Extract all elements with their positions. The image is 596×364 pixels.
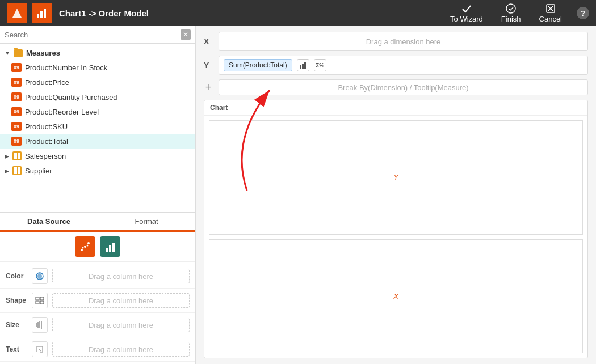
measure-icon: 09	[11, 63, 22, 72]
finish-button[interactable]: Finish	[498, 2, 524, 24]
y-measure-chip[interactable]: Sum(Product:Total)	[224, 59, 292, 71]
svg-rect-17	[40, 297, 44, 300]
svg-point-6	[81, 249, 83, 251]
svg-rect-3	[44, 9, 46, 18]
table-icon	[12, 151, 22, 160]
tree-item-product-total[interactable]: 09 Product:Total	[0, 134, 195, 149]
svg-rect-23	[300, 65, 301, 69]
svg-point-7	[84, 246, 86, 248]
svg-rect-20	[37, 322, 39, 328]
svg-rect-18	[40, 301, 44, 304]
size-row: Size Drag a column here	[0, 313, 195, 337]
scatter-chart-button[interactable]	[75, 236, 95, 257]
datasource-controls	[0, 232, 195, 262]
chart-upper-area: Y	[209, 120, 583, 235]
size-drop-zone[interactable]: Drag a column here	[52, 318, 190, 332]
tree-item-product-reorder-level[interactable]: 09 Product:Reorder Level	[0, 104, 195, 119]
svg-rect-25	[304, 62, 306, 69]
sigma-icon: Σ%	[316, 62, 324, 69]
tree-item-label: Product:SKU	[25, 122, 68, 131]
measure-icon: 09	[11, 78, 22, 87]
page-title: Chart1 -> Order Model	[59, 9, 447, 18]
svg-rect-12	[109, 245, 111, 252]
color-label: Color	[6, 272, 27, 280]
chevron-right-icon: ▶	[5, 153, 9, 159]
properties-section: Color Drag a column here Shape	[0, 262, 195, 364]
x-axis-label: X	[204, 37, 213, 46]
shape-row: Shape Drag a column here	[0, 289, 195, 313]
x-axis-row: X Drag a dimension here	[204, 32, 588, 51]
size-icon	[32, 317, 48, 333]
x-drop-zone[interactable]: Drag a dimension here	[219, 32, 588, 51]
chart-container: Chart Y X	[204, 100, 588, 358]
svg-rect-16	[36, 301, 39, 304]
chart-icon	[32, 3, 52, 23]
color-drop-zone[interactable]: Drag a column here	[52, 269, 190, 283]
y-drop-zone[interactable]: Sum(Product:Total) Σ%	[219, 56, 588, 75]
main-layout: ✕ ▼ Measures 09 Product:Number In Stock …	[0, 26, 596, 364]
svg-rect-11	[106, 248, 108, 252]
chart-lower-area: X	[209, 239, 583, 354]
chevron-right-icon: ▶	[5, 168, 9, 174]
svg-rect-1	[37, 14, 39, 18]
measures-label: Measures	[26, 49, 60, 57]
search-bar: ✕	[0, 26, 195, 44]
header-actions: To Wizard Finish Cancel ?	[447, 2, 589, 24]
tree-item-label: Product:Number In Stock	[25, 64, 107, 72]
svg-point-9	[82, 247, 84, 249]
shape-drop-zone[interactable]: Drag a column here	[52, 293, 190, 308]
y-sigma-button[interactable]: Σ%	[314, 59, 326, 71]
tree-item-label: Product:Quantity Purchased	[25, 93, 117, 101]
size-label: Size	[6, 321, 27, 329]
y-axis-label: Y	[204, 61, 213, 70]
to-wizard-button[interactable]: To Wizard	[447, 2, 486, 24]
svg-rect-22	[41, 321, 42, 329]
text-row: Text Drag a column here	[0, 337, 195, 362]
tree-item-label: Product:Total	[25, 137, 68, 146]
svg-rect-24	[302, 64, 304, 69]
tab-bar: Data Source Format	[0, 212, 195, 232]
svg-rect-21	[39, 321, 40, 328]
add-row-button[interactable]: +	[204, 83, 213, 92]
svg-rect-2	[40, 11, 43, 18]
tree-item-product-price[interactable]: 09 Product:Price	[0, 75, 195, 90]
svg-rect-19	[36, 323, 37, 327]
svg-point-10	[87, 245, 89, 247]
text-drop-zone[interactable]: Drag a column here	[52, 342, 190, 357]
chart-y-axis-label: Y	[393, 173, 398, 181]
cancel-button[interactable]: Cancel	[536, 2, 565, 24]
search-clear-button[interactable]: ✕	[181, 29, 191, 40]
tab-format[interactable]: Format	[98, 213, 195, 230]
measure-icon: 09	[11, 92, 22, 101]
svg-point-8	[87, 242, 90, 244]
chart-type-button[interactable]	[100, 236, 120, 257]
shape-label: Shape	[6, 297, 27, 304]
search-input[interactable]	[5, 31, 177, 39]
table-icon	[12, 166, 22, 175]
break-by-drop-zone[interactable]: Break By(Dimension) / Tooltip(Measure)	[219, 79, 588, 95]
tab-data-source[interactable]: Data Source	[0, 213, 98, 232]
y-axis-row: Y Sum(Product:Total) Σ%	[204, 56, 588, 75]
y-chart-icon-button[interactable]	[297, 59, 309, 71]
svg-rect-15	[36, 297, 39, 300]
svg-marker-0	[12, 9, 22, 18]
right-panel: X Drag a dimension here Y Sum(Product:To…	[196, 26, 596, 364]
chart-x-axis-label: X	[393, 292, 398, 300]
measure-icon: 09	[11, 137, 22, 146]
text-icon	[32, 341, 48, 357]
folder-icon	[14, 49, 23, 57]
plus-row: + Break By(Dimension) / Tooltip(Measure)	[204, 79, 588, 95]
tree-item-product-sku[interactable]: 09 Product:SKU	[0, 119, 195, 134]
app-header: Chart1 -> Order Model To Wizard Finish C…	[0, 0, 596, 26]
app-logo	[7, 3, 27, 23]
text-label: Text	[6, 345, 27, 353]
chart-body: Y X	[204, 116, 587, 358]
tree-item-product-number-in-stock[interactable]: 09 Product:Number In Stock	[0, 60, 195, 75]
supplier-folder[interactable]: ▶ Supplier	[0, 163, 195, 178]
salesperson-folder[interactable]: ▶ Salesperson	[0, 149, 195, 163]
help-button[interactable]: ?	[577, 7, 589, 19]
tree-item-product-quantity-purchased[interactable]: 09 Product:Quantity Purchased	[0, 90, 195, 104]
color-row: Color Drag a column here	[0, 264, 195, 289]
measures-folder[interactable]: ▼ Measures	[0, 46, 195, 60]
chevron-down-icon: ▼	[5, 50, 10, 56]
